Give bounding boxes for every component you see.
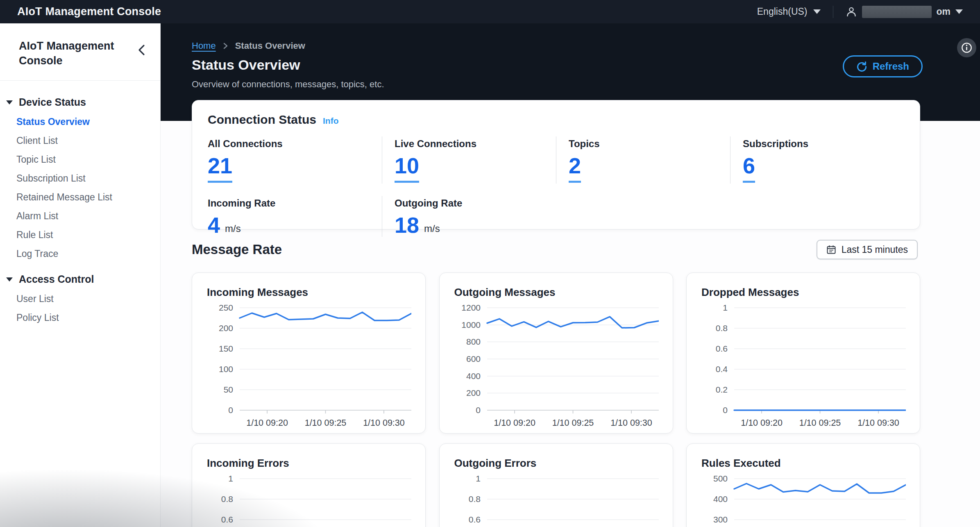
svg-text:600: 600 <box>466 354 480 363</box>
chevron-down-icon <box>813 9 821 14</box>
svg-text:0.8: 0.8 <box>716 323 728 333</box>
chart-title: Dropped Messages <box>701 286 905 299</box>
chart-title: Rules Executed <box>701 457 905 470</box>
stat-subscriptions: Subscriptions 6 <box>730 136 904 184</box>
sidebar-section-device-status[interactable]: Device Status <box>0 92 160 113</box>
svg-text:1/10 09:25: 1/10 09:25 <box>552 418 594 427</box>
chevron-down-icon <box>955 9 963 14</box>
svg-text:1200: 1200 <box>461 304 481 312</box>
sidebar: AIoT Management Console Device Status St… <box>0 23 161 527</box>
stat-label: Topics <box>569 138 730 150</box>
topbar-divider <box>833 6 833 18</box>
section-label: Device Status <box>19 96 86 108</box>
app-title: AIoT Management Console <box>17 5 161 18</box>
top-bar: AIoT Management Console English(US) om <box>0 0 980 23</box>
sidebar-item-policy-list[interactable]: Policy List <box>0 309 160 327</box>
connection-status-info-link[interactable]: Info <box>323 116 338 126</box>
language-selector[interactable]: English(US) <box>757 6 821 17</box>
chart-dropped-messages: Dropped Messages 00.20.40.60.811/10 09:2… <box>686 273 920 434</box>
svg-text:1/10 09:30: 1/10 09:30 <box>610 418 652 427</box>
stat-label: Incoming Rate <box>208 198 382 209</box>
message-rate-title: Message Rate <box>192 242 282 257</box>
breadcrumb-home-link[interactable]: Home <box>192 41 216 51</box>
svg-text:0.4: 0.4 <box>716 364 728 374</box>
svg-text:0: 0 <box>723 405 728 415</box>
triangle-down-icon <box>6 100 13 104</box>
stat-label: Live Connections <box>395 138 556 150</box>
sidebar-item-topic-list[interactable]: Topic List <box>0 150 160 169</box>
svg-text:1/10 09:30: 1/10 09:30 <box>363 418 405 427</box>
page-title: Status Overview <box>192 57 300 73</box>
stat-live-connections: Live Connections 10 <box>382 136 556 184</box>
sidebar-item-subscription-list[interactable]: Subscription List <box>0 169 160 188</box>
svg-text:1/10 09:25: 1/10 09:25 <box>305 418 347 427</box>
chart-rules-executed: Rules Executed 01002003004005001/10 09:2… <box>686 443 920 527</box>
svg-text:200: 200 <box>466 388 480 398</box>
stat-value-link[interactable]: 21 <box>208 154 232 183</box>
chart-title: Outgoing Messages <box>454 286 658 299</box>
chart-incoming-errors: Incoming Errors 00.20.40.60.811/10 09:20… <box>192 443 426 527</box>
connection-status-title: Connection Status <box>208 113 316 127</box>
sidebar-item-user-list[interactable]: User List <box>0 290 160 309</box>
stat-label: Outgoing Rate <box>395 198 556 209</box>
chart-canvas: 00.20.40.60.811/10 09:201/10 09:251/10 0… <box>454 475 658 527</box>
svg-text:0.6: 0.6 <box>468 515 480 524</box>
svg-text:300: 300 <box>713 515 728 524</box>
svg-text:100: 100 <box>219 364 233 374</box>
refresh-icon <box>856 61 867 72</box>
sidebar-item-client-list[interactable]: Client List <box>0 132 160 150</box>
user-menu[interactable]: om <box>846 6 963 18</box>
svg-text:500: 500 <box>713 475 728 483</box>
chevron-right-icon <box>222 42 229 50</box>
chart-canvas: 0501001502002501/10 09:201/10 09:251/10 … <box>207 304 411 427</box>
refresh-button[interactable]: Refresh <box>843 55 923 77</box>
connection-status-card: Connection Status Info All Connections 2… <box>192 100 920 229</box>
stat-all-connections: All Connections 21 <box>208 136 382 184</box>
chart-title: Outgoing Errors <box>454 457 658 470</box>
stat-outgoing-rate: Outgoing Rate 18 m/s <box>382 196 556 237</box>
username-suffix: om <box>937 6 951 17</box>
svg-text:0.6: 0.6 <box>221 515 233 524</box>
time-range-button[interactable]: Last 15 minutes <box>817 240 918 259</box>
chart-canvas: 01002003004005001/10 09:201/10 09:251/10… <box>701 475 905 527</box>
stat-unit: m/s <box>424 223 440 236</box>
stat-incoming-rate: Incoming Rate 4 m/s <box>208 196 382 237</box>
triangle-down-icon <box>6 277 13 282</box>
svg-text:0: 0 <box>476 405 481 415</box>
sidebar-item-retained-message-list[interactable]: Retained Message List <box>0 188 160 207</box>
svg-text:50: 50 <box>224 385 233 394</box>
stat-value-link[interactable]: 6 <box>743 154 755 183</box>
charts-grid: Incoming Messages 0501001502002501/10 09… <box>192 273 920 527</box>
sidebar-nav: Device Status Status Overview Client Lis… <box>0 81 160 327</box>
chart-title: Incoming Messages <box>207 286 411 299</box>
page-subtitle: Overview of connections, messages, topic… <box>192 79 384 90</box>
svg-text:400: 400 <box>466 371 480 381</box>
sidebar-item-alarm-list[interactable]: Alarm List <box>0 207 160 226</box>
chart-title: Incoming Errors <box>207 457 411 470</box>
stat-unit: m/s <box>225 223 241 236</box>
chart-outgoing-errors: Outgoing Errors 00.20.40.60.811/10 09:20… <box>439 443 673 527</box>
sidebar-item-log-trace[interactable]: Log Trace <box>0 245 160 264</box>
sidebar-item-status-overview[interactable]: Status Overview <box>0 113 160 132</box>
stat-value-link[interactable]: 2 <box>569 154 581 183</box>
chart-outgoing-messages: Outgoing Messages 0200400600800100012001… <box>439 273 673 434</box>
chart-canvas: 0200400600800100012001/10 09:201/10 09:2… <box>454 304 658 427</box>
svg-text:1: 1 <box>228 475 233 483</box>
refresh-label: Refresh <box>873 61 909 72</box>
svg-text:1/10 09:25: 1/10 09:25 <box>799 418 841 427</box>
svg-text:1/10 09:20: 1/10 09:20 <box>494 418 535 427</box>
stat-value: 4 <box>208 214 220 236</box>
svg-text:800: 800 <box>466 337 480 346</box>
chart-incoming-messages: Incoming Messages 0501001502002501/10 09… <box>192 273 426 434</box>
breadcrumb: Home Status Overview <box>192 41 305 51</box>
info-button[interactable] <box>957 38 976 57</box>
collapse-sidebar-icon[interactable] <box>137 44 146 56</box>
sidebar-item-rule-list[interactable]: Rule List <box>0 226 160 245</box>
svg-text:0.8: 0.8 <box>468 494 480 504</box>
language-label: English(US) <box>757 6 808 17</box>
time-range-label: Last 15 minutes <box>842 244 908 255</box>
stat-label: All Connections <box>208 138 382 150</box>
svg-text:1/10 09:20: 1/10 09:20 <box>741 418 783 427</box>
sidebar-section-access-control[interactable]: Access Control <box>0 269 160 290</box>
stat-value-link[interactable]: 10 <box>395 154 419 183</box>
